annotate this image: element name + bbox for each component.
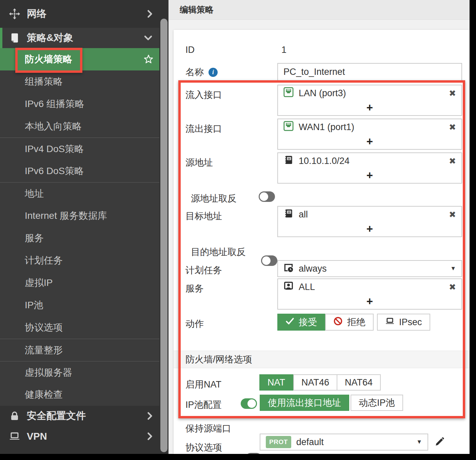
sidebar-item-label: VPN bbox=[27, 431, 47, 442]
nat-button-group: NAT NAT46 NAT64 bbox=[259, 374, 381, 391]
source-address-box: 10.10.1.0/24 ✖ + bbox=[277, 152, 462, 184]
sidebar-item-multicast-policy[interactable]: 组播策略 bbox=[0, 70, 159, 93]
id-label: ID bbox=[185, 45, 195, 55]
sidebar-item-vpn[interactable]: VPN bbox=[0, 426, 159, 446]
sidebar-item-label: Internet 服务数据库 bbox=[25, 209, 107, 222]
sidebar-item-label: 服务 bbox=[25, 232, 44, 245]
star-icon[interactable] bbox=[143, 54, 154, 65]
name-input[interactable] bbox=[277, 63, 462, 81]
outgoing-interface-entry[interactable]: WAN1 (port1) ✖ bbox=[278, 119, 461, 135]
edit-pencil-icon[interactable] bbox=[434, 436, 445, 448]
remove-icon[interactable]: ✖ bbox=[449, 88, 456, 98]
sidebar-item-ipv6-dos-policy[interactable]: IPv6 DoS策略 bbox=[0, 160, 159, 182]
edit-policy-card: ID 1 名称 i 流入接口 LAN (port3) ✖ + 流出 bbox=[174, 30, 470, 454]
sidebar-item-label: 地址 bbox=[25, 187, 44, 200]
negate-destination-toggle[interactable] bbox=[261, 255, 277, 266]
sidebar-item-local-in-policy[interactable]: 本地入向策略 bbox=[0, 115, 159, 138]
nat-option-nat64[interactable]: NAT64 bbox=[337, 374, 381, 391]
address-book-icon bbox=[283, 155, 294, 167]
dropdown-caret-icon: ▼ bbox=[450, 265, 456, 272]
sidebar-item-firewall-policy[interactable]: 防火墙策略 bbox=[0, 48, 159, 70]
schedule-calendar-icon bbox=[283, 263, 294, 275]
sidebar-item-security-profiles[interactable]: 安全配置文件 bbox=[0, 406, 159, 426]
add-button[interactable]: + bbox=[278, 169, 461, 182]
sidebar-item-label: 流量整形 bbox=[25, 344, 63, 357]
sidebar-item-network[interactable]: 网络 bbox=[0, 0, 159, 28]
outgoing-interface-box: WAN1 (port1) ✖ + bbox=[277, 119, 462, 150]
sidebar-scrollbar-track bbox=[159, 0, 168, 454]
sidebar-item-virtual-server[interactable]: 虚拟服务器 bbox=[0, 361, 159, 383]
enable-nat-label: 启用NAT bbox=[185, 378, 221, 391]
outgoing-interface-label: 流出接口 bbox=[185, 123, 222, 135]
id-value: 1 bbox=[281, 45, 286, 55]
firewall-policy-edit-screen: { "colors":{ "accent_green":"#4a9b58", "… bbox=[0, 0, 476, 460]
action-accept-button[interactable]: 接受 bbox=[277, 314, 325, 331]
negate-source-label: 源地址取反 bbox=[191, 192, 237, 205]
keep-source-port-label: 保持源端口 bbox=[185, 422, 231, 435]
add-button[interactable]: + bbox=[278, 101, 461, 114]
deny-icon bbox=[333, 316, 343, 328]
ip-pool-use-outgoing-button[interactable]: 使用流出接口地址 bbox=[260, 395, 349, 411]
page-header: 编辑策略 bbox=[168, 0, 470, 20]
nat-option-nat46[interactable]: NAT46 bbox=[293, 374, 337, 391]
sidebar-item-internet-service-db[interactable]: Internet 服务数据库 bbox=[0, 205, 159, 227]
sidebar-item-traffic-shaping[interactable]: 流量整形 bbox=[0, 339, 159, 361]
action-ipsec-button[interactable]: IPsec bbox=[377, 314, 430, 331]
sidebar: 网络 策略&对象 防火墙策略 组播策略 IPv6 组播策略 本地入向策略 IPv… bbox=[0, 0, 159, 454]
sidebar-item-label: IPv4 DoS策略 bbox=[25, 143, 84, 155]
sidebar-item-services[interactable]: 服务 bbox=[0, 227, 159, 249]
chevron-right-icon bbox=[146, 411, 153, 421]
name-label: 名称 bbox=[185, 66, 204, 78]
source-address-entry[interactable]: 10.10.1.0/24 ✖ bbox=[278, 153, 461, 169]
source-address-label: 源地址 bbox=[185, 156, 213, 169]
chevron-right-icon bbox=[146, 9, 153, 19]
enable-nat-toggle[interactable] bbox=[241, 398, 257, 409]
negate-source-toggle[interactable] bbox=[259, 191, 275, 202]
keep-source-port-toggle[interactable] bbox=[245, 453, 262, 454]
nat-option-nat[interactable]: NAT bbox=[259, 374, 293, 391]
sidebar-item-label: 协议选项 bbox=[25, 321, 63, 334]
incoming-interface-entry[interactable]: LAN (port3) ✖ bbox=[278, 85, 461, 101]
ip-pool-dynamic-button[interactable]: 动态IP池 bbox=[351, 395, 403, 411]
protocol-options-label: 协议选项 bbox=[185, 441, 222, 454]
sidebar-item-label: 虚拟服务器 bbox=[25, 366, 72, 379]
sidebar-item-addresses[interactable]: 地址 bbox=[0, 182, 159, 205]
sidebar-item-label: 本地入向策略 bbox=[25, 120, 82, 133]
ethernet-port-icon bbox=[283, 87, 294, 100]
sidebar-item-protocol-options[interactable]: 协议选项 bbox=[0, 316, 159, 339]
service-entry[interactable]: ALL ✖ bbox=[278, 279, 461, 295]
dropdown-caret-icon: ▼ bbox=[416, 439, 422, 445]
prot-badge: PROT bbox=[266, 436, 291, 448]
protocol-options-select[interactable]: PROT default ▼ bbox=[260, 434, 428, 451]
schedule-value: always bbox=[299, 264, 327, 274]
sidebar-item-virtual-ip[interactable]: 虚拟IP bbox=[0, 272, 159, 294]
lock-icon bbox=[8, 411, 21, 421]
destination-address-entry[interactable]: all ✖ bbox=[278, 207, 461, 222]
sidebar-item-label: 虚拟IP bbox=[25, 276, 53, 289]
sidebar-item-label: IPv6 组播策略 bbox=[25, 98, 84, 110]
remove-icon[interactable]: ✖ bbox=[449, 156, 456, 166]
source-address-value: 10.10.1.0/24 bbox=[299, 156, 350, 166]
action-deny-button[interactable]: 拒绝 bbox=[325, 314, 374, 331]
sidebar-item-label: 防火墙策略 bbox=[25, 53, 72, 66]
sidebar-scrollbar-thumb[interactable] bbox=[160, 19, 167, 452]
schedule-select[interactable]: always ▼ bbox=[277, 260, 462, 277]
sidebar-item-ip-pool[interactable]: IP池 bbox=[0, 294, 159, 316]
remove-icon[interactable]: ✖ bbox=[449, 122, 456, 132]
sidebar-item-ipv4-dos-policy[interactable]: IPv4 DoS策略 bbox=[0, 138, 159, 160]
sidebar-item-ipv6-multicast-policy[interactable]: IPv6 组播策略 bbox=[0, 93, 159, 115]
sidebar-item-health-check[interactable]: 健康检查 bbox=[0, 383, 159, 406]
add-button[interactable]: + bbox=[278, 222, 461, 236]
action-label: 动作 bbox=[185, 318, 204, 330]
remove-icon[interactable]: ✖ bbox=[449, 282, 456, 292]
remove-icon[interactable]: ✖ bbox=[449, 210, 456, 219]
incoming-interface-value: LAN (port3) bbox=[299, 88, 346, 99]
info-icon[interactable]: i bbox=[209, 68, 218, 77]
service-label: 服务 bbox=[185, 283, 204, 295]
sidebar-item-policy-objects[interactable]: 策略&对象 bbox=[0, 28, 159, 48]
add-button[interactable]: + bbox=[278, 135, 461, 148]
sidebar-item-label: 健康检查 bbox=[25, 388, 63, 401]
sidebar-item-schedules[interactable]: 计划任务 bbox=[0, 249, 159, 272]
add-button[interactable]: + bbox=[278, 295, 461, 308]
protocol-options-value: default bbox=[296, 437, 324, 447]
